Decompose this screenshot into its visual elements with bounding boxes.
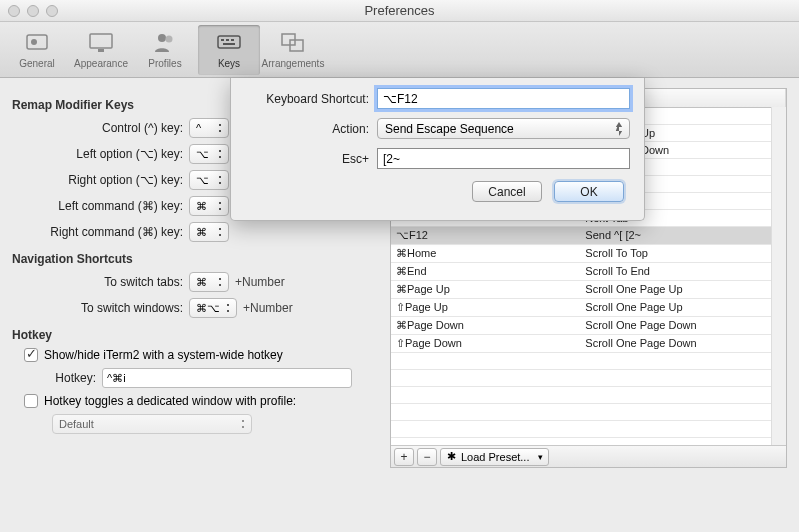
- remap-select[interactable]: ⌥: [189, 170, 229, 190]
- switch-windows-suffix: +Number: [243, 301, 293, 315]
- sheet-esc-input[interactable]: [377, 148, 630, 169]
- cell-action: Scroll To End: [580, 262, 785, 280]
- sheet-action-select[interactable]: Send Escape Sequence: [377, 118, 630, 139]
- hotkey-input[interactable]: [102, 368, 352, 388]
- cell-action: Scroll One Page Down: [580, 334, 785, 352]
- switch-icon: [23, 30, 51, 56]
- close-icon[interactable]: [8, 5, 20, 17]
- switch-tabs-select[interactable]: ⌘: [189, 272, 229, 292]
- sheet-shortcut-label: Keyboard Shortcut:: [245, 92, 377, 106]
- toolbar: General Appearance Profiles Keys Arrange…: [0, 22, 799, 78]
- keys-icon: [215, 30, 243, 56]
- tab-profiles[interactable]: Profiles: [134, 25, 196, 75]
- remap-label: Right option (⌥) key:: [12, 173, 189, 187]
- titlebar: Preferences: [0, 0, 799, 22]
- remap-label: Right command (⌘) key:: [12, 225, 189, 239]
- tab-keys-label: Keys: [218, 58, 240, 69]
- cell-action: Scroll One Page Up: [580, 298, 785, 316]
- show-hide-checkbox[interactable]: [24, 348, 38, 362]
- cell-key: ⌘End: [391, 262, 580, 280]
- window-title: Preferences: [364, 3, 434, 18]
- hotkey-toggle-label: Hotkey toggles a dedicated window with p…: [44, 394, 296, 408]
- cell-key: ⌘Page Down: [391, 316, 580, 334]
- svg-point-1: [31, 39, 37, 45]
- table-row[interactable]: ⌥F12Send ^[ [2~: [391, 226, 786, 244]
- svg-rect-3: [98, 49, 104, 52]
- cell-key: ⌥F12: [391, 226, 580, 244]
- remap-value: ⌥: [196, 148, 209, 161]
- svg-rect-10: [223, 43, 235, 45]
- cell-action: Scroll To Top: [580, 244, 785, 262]
- cancel-button[interactable]: Cancel: [472, 181, 542, 202]
- people-icon: [151, 30, 179, 56]
- minimize-icon[interactable]: [27, 5, 39, 17]
- tab-appearance[interactable]: Appearance: [70, 25, 132, 75]
- cell-action: Send ^[ [2~: [580, 226, 785, 244]
- edit-shortcut-sheet: Keyboard Shortcut: Action: Send Escape S…: [230, 78, 645, 221]
- table-row[interactable]: ⌘EndScroll To End: [391, 262, 786, 280]
- table-row[interactable]: [391, 369, 786, 386]
- show-hide-label: Show/hide iTerm2 with a system-wide hotk…: [44, 348, 283, 362]
- switch-tabs-value: ⌘: [196, 276, 207, 289]
- svg-point-4: [158, 34, 166, 42]
- table-row[interactable]: ⇧Page DownScroll One Page Down: [391, 334, 786, 352]
- nav-heading: Navigation Shortcuts: [12, 252, 382, 266]
- switch-tabs-label: To switch tabs:: [12, 275, 189, 289]
- switch-windows-select[interactable]: ⌘⌥: [189, 298, 237, 318]
- tab-profiles-label: Profiles: [148, 58, 181, 69]
- sheet-action-value: Send Escape Sequence: [385, 122, 514, 136]
- remap-label: Left option (⌥) key:: [12, 147, 189, 161]
- remap-select[interactable]: ⌘: [189, 222, 229, 242]
- load-preset-button[interactable]: Load Preset...: [440, 448, 549, 466]
- table-row[interactable]: [391, 386, 786, 403]
- windows-icon: [279, 30, 307, 56]
- table-row[interactable]: [391, 352, 786, 369]
- remove-button[interactable]: −: [417, 448, 437, 466]
- hotkey-label: Hotkey:: [12, 371, 102, 385]
- table-row[interactable]: [391, 403, 786, 420]
- table-footer: + − Load Preset...: [391, 445, 786, 467]
- sheet-shortcut-input[interactable]: [377, 88, 630, 109]
- table-row[interactable]: ⌘HomeScroll To Top: [391, 244, 786, 262]
- svg-rect-2: [90, 34, 112, 48]
- tab-general[interactable]: General: [6, 25, 68, 75]
- tab-keys[interactable]: Keys: [198, 25, 260, 75]
- tab-arrangements[interactable]: Arrangements: [262, 25, 324, 75]
- cell-action: Scroll One Page Up: [580, 280, 785, 298]
- switch-tabs-suffix: +Number: [235, 275, 285, 289]
- scrollbar[interactable]: [771, 107, 786, 445]
- tab-general-label: General: [19, 58, 55, 69]
- table-row[interactable]: ⌘Page UpScroll One Page Up: [391, 280, 786, 298]
- cell-key: ⌘Home: [391, 244, 580, 262]
- cell-key: ⇧Page Up: [391, 298, 580, 316]
- remap-select[interactable]: ^: [189, 118, 229, 138]
- zoom-icon[interactable]: [46, 5, 58, 17]
- cell-key: ⇧Page Down: [391, 334, 580, 352]
- svg-rect-8: [226, 39, 229, 41]
- remap-label: Control (^) key:: [12, 121, 189, 135]
- add-button[interactable]: +: [394, 448, 414, 466]
- remap-select[interactable]: ⌘: [189, 196, 229, 216]
- traffic-lights: [8, 5, 58, 17]
- remap-value: ⌘: [196, 226, 207, 239]
- svg-point-5: [166, 36, 173, 43]
- hotkey-profile-select[interactable]: Default: [52, 414, 252, 434]
- svg-rect-7: [221, 39, 224, 41]
- cell-key: ⌘Page Up: [391, 280, 580, 298]
- tab-arrangements-label: Arrangements: [262, 58, 325, 69]
- table-row[interactable]: ⌘Page DownScroll One Page Down: [391, 316, 786, 334]
- remap-select[interactable]: ⌥: [189, 144, 229, 164]
- load-preset-label: Load Preset...: [461, 451, 530, 463]
- monitor-icon: [87, 30, 115, 56]
- hotkey-toggle-checkbox[interactable]: [24, 394, 38, 408]
- table-row[interactable]: [391, 420, 786, 437]
- sheet-esc-label: Esc+: [245, 152, 377, 166]
- remap-value: ⌥: [196, 174, 209, 187]
- tab-appearance-label: Appearance: [74, 58, 128, 69]
- ok-button[interactable]: OK: [554, 181, 624, 202]
- table-row[interactable]: ⇧Page UpScroll One Page Up: [391, 298, 786, 316]
- hotkey-heading: Hotkey: [12, 328, 382, 342]
- switch-windows-value: ⌘⌥: [196, 302, 220, 315]
- cell-action: Scroll One Page Down: [580, 316, 785, 334]
- hotkey-profile-value: Default: [59, 418, 94, 430]
